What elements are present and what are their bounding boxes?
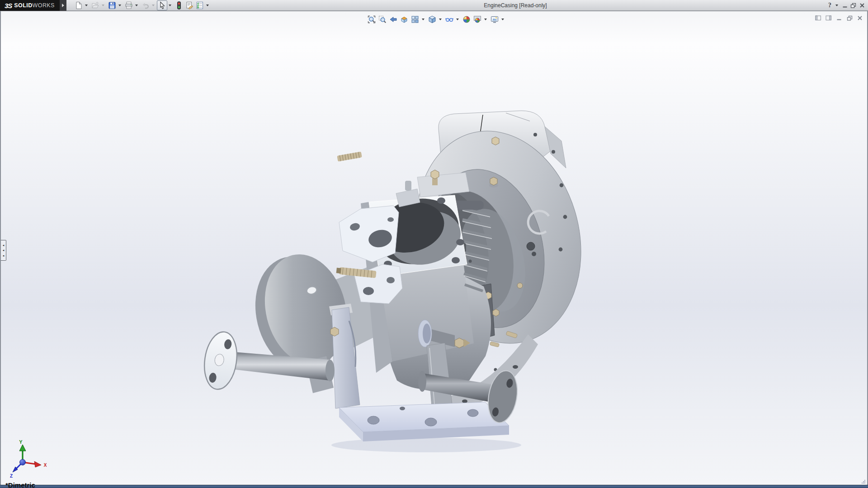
doc-close-button[interactable] <box>855 14 864 22</box>
logo-text-solid: SOLID <box>14 2 32 9</box>
apply-scene-icon <box>473 15 481 23</box>
new-dropdown-arrow[interactable] <box>84 0 89 10</box>
logo-text-works: WORKS <box>33 2 55 9</box>
flyout-arrow-icon: ◂ <box>3 248 5 253</box>
edit-appearance-icon <box>462 15 471 23</box>
file-properties-icon <box>185 1 193 9</box>
minimize-button[interactable] <box>840 1 849 10</box>
window-frame-bottom <box>0 485 868 488</box>
section-view-button[interactable] <box>399 14 410 24</box>
view-orientation-label: *Dimetric <box>5 481 35 488</box>
options-dropdown-arrow[interactable] <box>205 0 210 10</box>
close-icon <box>857 15 863 21</box>
restore-icon <box>850 3 856 8</box>
zoom-to-area-button[interactable] <box>377 14 388 24</box>
hide-show-items-icon <box>445 15 453 23</box>
select-cursor-icon <box>158 1 166 9</box>
window-controls: ? <box>826 0 866 11</box>
undo-icon <box>142 1 150 9</box>
select-dropdown-arrow[interactable] <box>167 0 172 10</box>
feature-manager-flyout-tab[interactable]: ◂ ◂ ◂ <box>1 240 6 261</box>
close-button[interactable] <box>858 1 866 10</box>
engine-casing-model[interactable] <box>171 108 605 461</box>
open-button[interactable] <box>90 0 100 10</box>
view-orientation-dropdown[interactable] <box>420 14 425 24</box>
pane-right-button[interactable] <box>824 14 833 22</box>
flyout-arrow-icon: ◂ <box>3 243 5 248</box>
section-view-icon <box>400 15 408 23</box>
brass-nut <box>431 170 439 179</box>
display-style-icon <box>428 15 436 23</box>
doc-restore-button[interactable] <box>845 14 854 22</box>
solidworks-window: 3S SOLID WORKS <box>0 0 868 488</box>
print-dropdown-arrow[interactable] <box>134 0 139 10</box>
rebuild-button[interactable] <box>174 0 184 10</box>
document-title: EngineCasing [Read-only] <box>470 2 561 9</box>
triad-x-label: X <box>44 463 47 468</box>
graphics-viewport[interactable]: ◂ ◂ ◂ <box>1 11 867 485</box>
save-dropdown-arrow[interactable] <box>117 0 122 10</box>
select-tool-button[interactable] <box>157 0 167 10</box>
save-icon <box>108 1 116 9</box>
logo-3s-icon: 3S <box>5 2 12 9</box>
zoom-to-fit-button[interactable] <box>366 14 377 24</box>
previous-view-button[interactable] <box>388 14 399 24</box>
triad-y-label: Y <box>19 439 23 445</box>
previous-view-icon <box>389 15 397 23</box>
resize-grip[interactable] <box>861 479 866 484</box>
zoom-to-area-icon <box>378 15 387 23</box>
view-settings-dropdown[interactable] <box>500 14 505 24</box>
hide-show-items-button[interactable] <box>444 14 455 24</box>
open-folder-icon <box>91 1 99 9</box>
mount-flange-left <box>201 330 240 391</box>
orientation-triad[interactable]: Y X Z <box>7 439 51 480</box>
minimize-icon <box>842 3 848 8</box>
help-button[interactable]: ? <box>826 1 834 10</box>
undo-dropdown-arrow[interactable] <box>151 0 156 10</box>
options-icon <box>196 1 204 9</box>
triad-z-label: Z <box>10 474 13 479</box>
standard-toolbar <box>73 0 211 11</box>
pane-left-button[interactable] <box>814 14 823 22</box>
print-icon <box>125 1 133 9</box>
solidworks-logo[interactable]: 3S SOLID WORKS <box>0 0 60 11</box>
restore-icon <box>847 15 853 21</box>
zoom-to-fit-icon <box>368 15 376 23</box>
open-dropdown-arrow[interactable] <box>100 0 105 10</box>
knurled-stud <box>337 151 362 161</box>
base-plate[interactable] <box>339 402 509 441</box>
display-style-button[interactable] <box>427 14 438 24</box>
print-button[interactable] <box>123 0 134 10</box>
new-document-icon <box>75 1 83 9</box>
titlebar: 3S SOLID WORKS <box>0 0 868 11</box>
save-button[interactable] <box>107 0 117 10</box>
file-properties-button[interactable] <box>184 0 194 10</box>
pane-left-icon <box>815 15 821 21</box>
restore-button[interactable] <box>849 1 858 10</box>
document-window-controls <box>812 14 864 22</box>
view-settings-button[interactable] <box>489 14 500 24</box>
display-style-dropdown[interactable] <box>438 14 443 24</box>
view-orientation-button[interactable] <box>410 14 420 24</box>
doc-minimize-button[interactable] <box>835 14 844 22</box>
options-button[interactable] <box>194 0 205 10</box>
apply-scene-dropdown[interactable] <box>483 14 488 24</box>
edit-appearance-button[interactable] <box>461 14 472 24</box>
minimize-icon <box>836 15 842 21</box>
pane-right-icon <box>826 15 832 21</box>
cover-nut <box>490 177 497 185</box>
view-orientation-icon <box>411 15 419 23</box>
hide-show-items-dropdown[interactable] <box>455 14 460 24</box>
new-document-button[interactable] <box>73 0 84 10</box>
menu-expand-arrow[interactable] <box>60 0 66 11</box>
apply-scene-button[interactable] <box>472 14 483 24</box>
cover-nut <box>492 137 499 145</box>
view-settings-icon <box>491 15 499 23</box>
flyout-arrow-icon: ◂ <box>3 253 5 258</box>
undo-button[interactable] <box>140 0 151 10</box>
rebuild-traffic-light-icon <box>175 1 183 9</box>
heads-up-view-toolbar <box>366 14 506 24</box>
close-icon <box>859 3 865 8</box>
help-dropdown-icon[interactable] <box>834 0 839 10</box>
help-icon: ? <box>828 2 831 9</box>
